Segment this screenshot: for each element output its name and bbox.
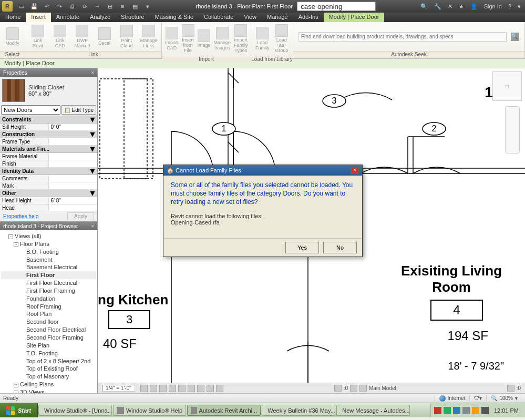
- qat-save-icon[interactable]: 💾: [28, 1, 40, 12]
- tree-item[interactable]: B.O. Footing: [1, 248, 96, 256]
- infocenter-search-icon[interactable]: 🔍: [418, 3, 430, 10]
- qat-undo-icon[interactable]: ↶: [41, 1, 53, 12]
- tree-item[interactable]: T.O. Footing: [1, 350, 96, 357]
- seek-search-input[interactable]: [298, 32, 507, 42]
- ribbon-btn-manage-links[interactable]: Manage Links: [138, 24, 159, 50]
- system-tray[interactable]: 12:01 PM: [430, 403, 525, 417]
- prop-section[interactable]: Constraints⯆: [0, 116, 97, 124]
- project-browser[interactable]: -Views (all)-Floor PlansB.O. FootingBase…: [0, 230, 97, 393]
- tree-item[interactable]: Foundation: [1, 295, 96, 303]
- type-selector[interactable]: New Doors: [1, 105, 60, 115]
- tab-collaborate[interactable]: Collaborate: [199, 13, 239, 22]
- dialog-close-icon[interactable]: ×: [351, 167, 359, 174]
- tab-add-ins[interactable]: Add-Ins: [293, 13, 324, 22]
- prop-section[interactable]: Other⯆: [0, 190, 97, 197]
- prop-row[interactable]: Head: [0, 204, 97, 211]
- prop-section[interactable]: Construction⯆: [0, 131, 97, 138]
- ribbon-btn-modify[interactable]: Modify: [2, 26, 23, 47]
- ribbon-btn-link-cad[interactable]: Link CAD: [49, 24, 70, 50]
- tree-item[interactable]: Roof Plan: [1, 310, 96, 318]
- tab-massing-site[interactable]: Massing & Site: [150, 13, 199, 22]
- ribbon-btn-load-family[interactable]: Load Family: [253, 26, 272, 52]
- apply-button[interactable]: Apply: [67, 212, 94, 220]
- zoom-level[interactable]: 🔍 100% ▾: [486, 395, 522, 401]
- tab-view[interactable]: View: [239, 13, 262, 22]
- signin-icon[interactable]: 👤: [468, 3, 480, 10]
- tree-item[interactable]: Top of Existing Roof: [1, 365, 96, 373]
- tab-manage[interactable]: Manage: [262, 13, 293, 22]
- qat-open-icon[interactable]: ▭: [16, 1, 27, 12]
- yes-button[interactable]: Yes: [285, 242, 319, 253]
- taskbar-clock[interactable]: 12:01 PM: [491, 407, 522, 414]
- close-icon[interactable]: ×: [91, 223, 94, 229]
- tab-home[interactable]: Home: [0, 13, 26, 22]
- prop-row[interactable]: Frame Material: [0, 153, 97, 160]
- crop-view-icon[interactable]: [188, 385, 195, 392]
- tray-icon[interactable]: [434, 407, 441, 414]
- tree-item[interactable]: Second Floor Electrical: [1, 326, 96, 334]
- help-icon[interactable]: ?: [506, 3, 513, 9]
- qat-measure-icon[interactable]: ↔: [91, 1, 103, 12]
- shadows-icon[interactable]: [169, 385, 176, 392]
- tray-icon[interactable]: [472, 407, 479, 414]
- prop-row[interactable]: Sill Height0' 0": [0, 124, 97, 131]
- main-model-label[interactable]: Main Model: [369, 385, 396, 391]
- tree-item[interactable]: Basement Electrical: [1, 263, 96, 271]
- visual-style-icon[interactable]: [150, 385, 157, 392]
- detail-level-icon[interactable]: [140, 385, 148, 392]
- qat-close-views-icon[interactable]: ▤: [129, 1, 141, 12]
- prop-section[interactable]: Identity Data⯆: [0, 168, 97, 175]
- ribbon-btn-dwf-markup[interactable]: DWF Markup: [71, 24, 92, 50]
- tree-item[interactable]: Roof Framing: [1, 303, 96, 311]
- tab-annotate[interactable]: Annotate: [51, 13, 85, 22]
- tree-item[interactable]: Second Floor Framing: [1, 334, 96, 342]
- prop-row[interactable]: Mark: [0, 182, 97, 190]
- ribbon-btn-load-as-group[interactable]: Load as Group: [273, 23, 291, 55]
- prop-row[interactable]: Frame Type: [0, 138, 97, 146]
- taskbar-task[interactable]: New Message - Autodes...: [336, 405, 410, 416]
- close-icon[interactable]: ×: [91, 70, 94, 76]
- filter-icon[interactable]: [507, 385, 514, 392]
- qat-print-icon[interactable]: ⎙: [66, 1, 78, 12]
- start-button[interactable]: Start: [0, 403, 38, 417]
- tab-context-modify[interactable]: Modify | Place Door: [324, 13, 385, 22]
- taskbar-task[interactable]: Autodesk Revit Archi...: [187, 405, 261, 416]
- properties-grid[interactable]: Constraints⯆Sill Height0' 0"Construction…: [0, 116, 97, 211]
- qat-switch-icon[interactable]: ▾: [142, 1, 153, 12]
- tab-insert[interactable]: Insert: [26, 13, 51, 22]
- editable-only-icon[interactable]: [350, 385, 357, 392]
- prop-row[interactable]: Finish: [0, 160, 97, 168]
- tab-analyze[interactable]: Analyze: [85, 13, 116, 22]
- qat-sync-icon[interactable]: ⟳: [79, 1, 90, 12]
- sun-path-icon[interactable]: [159, 385, 167, 392]
- tray-icon[interactable]: [462, 407, 470, 414]
- tray-icon[interactable]: [453, 407, 460, 414]
- seek-search-icon[interactable]: 🔍: [511, 33, 519, 41]
- hide-isolate-icon[interactable]: [207, 385, 214, 392]
- taskbar-task[interactable]: Weekly Bulletin #36 May...: [262, 405, 335, 416]
- signin-label[interactable]: Sign In: [482, 3, 504, 9]
- reveal-hidden-icon[interactable]: [216, 385, 223, 392]
- app-menu-icon[interactable]: R: [2, 1, 13, 12]
- tree-item[interactable]: Basement: [1, 256, 96, 264]
- taskbar-task[interactable]: Window Studio® Help: [113, 405, 186, 416]
- tree-item[interactable]: Top of 2 x 8 Sleeper/ 2nd: [1, 357, 96, 365]
- exchange-icon[interactable]: ✕: [446, 3, 455, 10]
- filter-icon[interactable]: [334, 385, 342, 392]
- qat-thin-lines-icon[interactable]: ≡: [117, 1, 128, 12]
- tree-item[interactable]: First Floor: [1, 271, 96, 279]
- crop-region-icon[interactable]: [197, 385, 204, 392]
- prop-row[interactable]: Head Height6' 8": [0, 197, 97, 204]
- prop-section[interactable]: Materials and Fin...⯆: [0, 146, 97, 153]
- view-scale[interactable]: 1/4" = 1'-0": [102, 385, 135, 392]
- ribbon-btn-insert-from-file[interactable]: Insert from File: [181, 23, 195, 55]
- rendering-icon[interactable]: [178, 385, 186, 392]
- subscription-icon[interactable]: 🔧: [432, 3, 444, 10]
- ribbon-btn-import-cad[interactable]: Import CAD: [164, 26, 180, 52]
- favorites-icon[interactable]: ★: [457, 3, 466, 10]
- tree-item[interactable]: Site Plan: [1, 342, 96, 350]
- tree-item[interactable]: Second floor: [1, 318, 96, 326]
- ribbon-btn-import-family-types[interactable]: Import Family Types: [233, 23, 249, 55]
- help-dropdown-icon[interactable]: ▾: [516, 3, 523, 10]
- ribbon-btn-image[interactable]: Image: [197, 28, 212, 49]
